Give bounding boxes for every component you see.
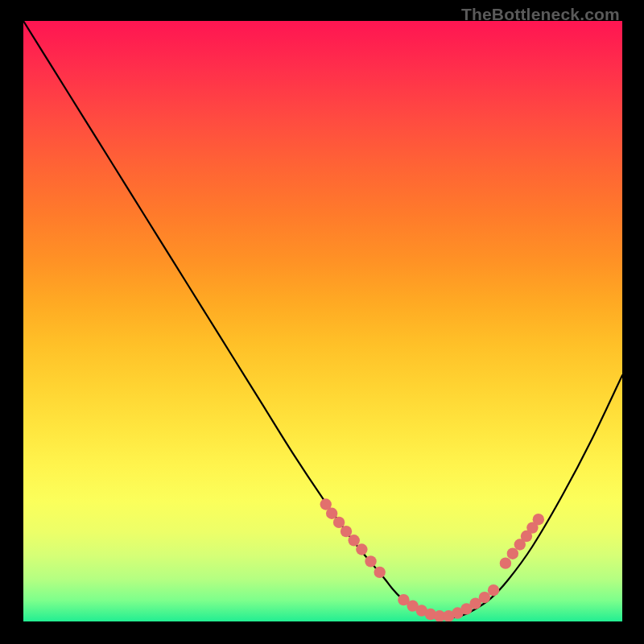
highlight-dot [521,530,532,542]
highlight-dot [533,514,544,525]
highlight-dot [407,600,418,611]
highlight-dots-right [500,514,544,569]
highlight-dot [526,522,538,533]
highlight-dots-left [320,498,386,578]
highlight-dot [434,610,445,621]
highlight-dot [356,543,367,555]
highlight-dot [416,605,427,616]
highlight-dot [507,548,518,559]
highlight-dot [443,610,454,621]
curve-svg [23,21,622,621]
highlight-dot [514,539,526,550]
highlight-dot [333,517,345,528]
highlight-dot [320,498,332,510]
highlight-dot [425,609,436,620]
highlight-dot [374,567,385,578]
highlight-dot [452,607,463,618]
highlight-dots-bottom [398,584,499,621]
chart-frame: TheBottleneck.com [0,0,644,644]
bottleneck-curve [23,21,622,618]
highlight-dot [500,557,511,568]
highlight-dot [348,535,359,546]
gradient-plot-area [23,21,622,621]
highlight-dot [479,592,490,603]
highlight-dot [341,526,352,537]
watermark-text: TheBottleneck.com [461,5,620,24]
highlight-dot [326,508,337,519]
highlight-dot [365,555,376,567]
highlight-dot [488,584,499,596]
highlight-dot [460,603,472,614]
highlight-dot [470,597,481,609]
highlight-dot [398,594,409,605]
